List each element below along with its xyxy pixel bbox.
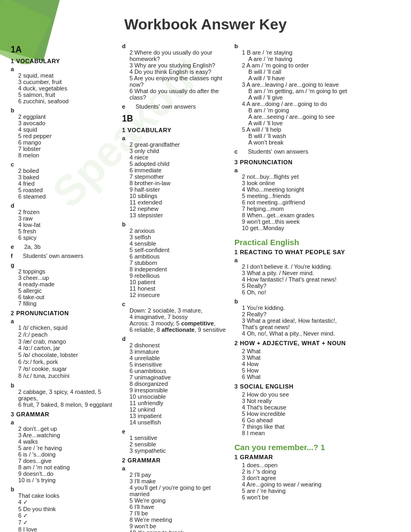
vocab-d-items: 2 frozen 3 raw 4 low-fat 5 fresh 6 spicy [18, 209, 113, 241]
label-b: b [11, 382, 14, 389]
list-item: 5 red pepper [18, 133, 113, 139]
right-c-val: Students' own answers [248, 148, 308, 155]
list-item: B am / 'm getting, am / 'm going to get [248, 88, 353, 94]
list-item: A are / 're having [248, 56, 353, 62]
1a-d-section: d 2 Where do you usually do your homewor… [122, 43, 226, 110]
list-item: 7 does...give [18, 458, 113, 464]
list-item: 4 Oh, no!, What a pity., Never mind. [242, 330, 353, 337]
label-a: a [234, 257, 238, 263]
list-item: 11 honest [130, 285, 226, 292]
social-title: SOCIAL ENGLISH [240, 383, 293, 390]
list-item: 4 walks [18, 438, 113, 445]
list-item: 3 What a great idea!, How fantastic!, Th… [242, 317, 353, 330]
list-item: 3 don't agree [242, 475, 353, 481]
list-item: 2 dishonest [130, 342, 226, 348]
vocab-1b-c-val: Down: 2 sociable, 3 mature,4 imaginative… [130, 307, 226, 333]
1a-d-block: d 2 Where do you usually do your homewor… [122, 43, 226, 101]
reacting-b-items: 1 You're kidding. 2 Really? 3 What a gre… [242, 305, 353, 337]
list-item: 3 immature [130, 348, 226, 355]
list-item: 8 When...get...exam grades [242, 212, 353, 218]
right-b-block: b 1 B are / 're staying A are / 're havi… [234, 43, 353, 146]
label-d: d [122, 43, 126, 49]
list-item: 7 stubborn [130, 260, 226, 266]
label-b: b [234, 43, 238, 49]
label-a: a [122, 465, 125, 472]
can-grammar-items: 1 does...open 2 is / 's doing 3 don't ag… [234, 462, 353, 500]
list-item: 5 insensitive [130, 361, 226, 368]
list-item: 2 eggplant [18, 113, 113, 120]
list-item: 8 brother-in-law [130, 180, 226, 186]
label-e: e [11, 244, 14, 250]
list-item: 2 I don't believe it. / You're kidding. [242, 263, 353, 270]
list-item: 7 I'll be [130, 510, 226, 516]
list-item: 6 unambitious [130, 368, 226, 374]
can-grammar-title: GRAMMAR [240, 454, 273, 460]
list-item: 9 irresponsible [130, 387, 226, 393]
reacting-a-items: 2 I don't believe it. / You're kidding. … [242, 263, 353, 295]
list-item: 6 spicy [18, 234, 113, 241]
list-item: 6 ambitious [130, 253, 226, 260]
list-item: 2 is / 's doing [242, 468, 353, 475]
label-c: c [234, 148, 238, 155]
list-item: 9 rebellious [130, 272, 226, 279]
list-item: 4 fried [18, 180, 113, 187]
right-c-block: c Students' own answers [234, 148, 353, 155]
list-item: 7 filling [18, 300, 113, 307]
list-item: B am / 'm going [248, 107, 353, 113]
list-item: 5 Really? [242, 283, 353, 289]
list-item: 3 cheer...up [18, 275, 113, 281]
how-adj-items: 2 What 3 What 4 How 5 How 6 What [234, 348, 353, 380]
list-item: 2 squid, meat [18, 72, 113, 79]
list-item: 4 Are...going to wear / wearing [242, 481, 353, 488]
vocab-title: VOCABULARY [16, 58, 60, 64]
reacting-num: 1 [234, 249, 238, 255]
list-item: 5 Are you enjoying the classes right now… [130, 75, 226, 88]
vocab-b: b 2 eggplant 3 avocado 4 squid 5 red pep… [11, 107, 113, 158]
page-title: Workbook Answer Key [0, 0, 411, 43]
list-item: 2 frozen [18, 209, 113, 215]
1a-e-block: e Students' own answers [122, 103, 226, 110]
list-item: 9 half-sister [130, 186, 226, 193]
vocab-section-1a: 1 VOCABULARY a 2 squid, meat 3 cucumber,… [11, 58, 113, 307]
list-item: 3 only child [130, 148, 226, 154]
grammar-1b-a-items: 2 I'll pay 3 I'll make 4 you'll get / yo… [130, 472, 226, 532]
label-e: e [122, 428, 125, 435]
grammar-b-items: That cake looks 4 ✓ 5 Do you think 6 ✓ 7… [18, 492, 113, 532]
vocab-b-items: 2 eggplant 3 avocado 4 squid 5 red peppe… [18, 113, 113, 158]
can-remember-header: Can you remember...? 1 [234, 443, 353, 452]
list-item: 3 A are...leaving / are...going to leave [242, 81, 353, 88]
list-item: 2 A am / 'm going to order [242, 62, 353, 69]
pron-b: b 2 cabbage, 3 spicy, 4 roasted, 5 grape… [11, 382, 113, 408]
can-remember-grammar: 1 GRAMMAR 1 does...open 2 is / 's doing … [234, 454, 353, 500]
vocab-e-val: 2a, 3b [24, 244, 41, 250]
vocab-1b-a: a 2 great-grandfather 3 only child 4 nie… [122, 135, 226, 218]
label-f: f [11, 253, 13, 259]
pron-1b-a-items: 2 not...buy...flights yet 3 look online … [242, 173, 353, 231]
list-item: 4 /ɑː/ carton, jar [18, 345, 113, 352]
list-item: 2 I'll pay [130, 472, 226, 478]
grammar-1b-a: a 2 I'll pay 3 I'll make 4 you'll get / … [122, 465, 226, 532]
list-item: B will / 'll call [248, 69, 353, 75]
list-item: 1 You're kidding. [242, 305, 353, 311]
list-item: 2 Where do you usually do your homework? [130, 49, 226, 62]
list-item: 4 squid [18, 126, 113, 133]
list-item: 6 steamed [18, 193, 113, 200]
list-item: 9 won't get...this week [242, 218, 353, 225]
list-item: 12 insecure [130, 292, 226, 298]
list-item: 6 What [242, 374, 353, 380]
list-item: 5 meeting...friends [242, 193, 353, 199]
right-b-items: 1 B are / 're staying A are / 're having… [242, 49, 353, 146]
label-a: a [122, 135, 125, 141]
list-item: 3 What a pity. / Never mind. [242, 270, 353, 276]
vocab-f-val: Students' own answers [23, 253, 83, 259]
label-d: d [11, 202, 14, 209]
list-item: 4 ready-made [18, 281, 113, 287]
vocab-e: e 2a, 3b [11, 244, 113, 250]
list-item: 4 niece [130, 154, 226, 161]
reacting-b: b 1 You're kidding. 2 Really? 3 What a g… [234, 298, 353, 337]
list-item: 9 doesn't...do [18, 470, 113, 477]
list-item: 3 avocado [18, 120, 113, 126]
label-e: e [122, 103, 125, 110]
list-item: 4 sensible [130, 240, 226, 247]
list-item: 9 won't be [130, 523, 226, 529]
